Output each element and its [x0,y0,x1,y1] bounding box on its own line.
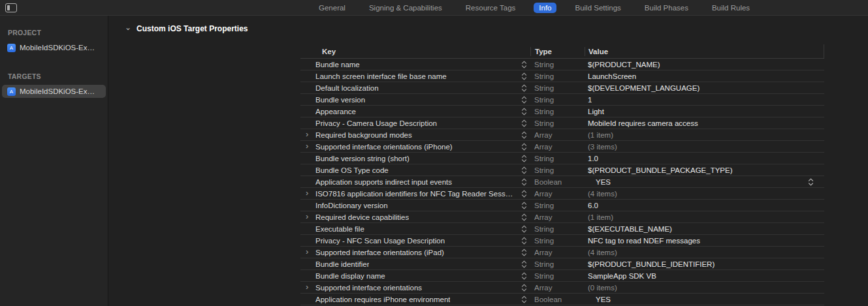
key-cell[interactable]: › Default localization [300,84,530,92]
row-value[interactable]: (1 item) [588,131,613,139]
row-key[interactable]: Bundle version string (short) [315,155,410,162]
table-row[interactable]: › Supported interface orientations (iPad… [300,247,824,258]
table-row[interactable]: › Required background modes Array (1 ite… [300,129,824,141]
row-value[interactable]: 1.0 [588,155,598,162]
value-cell[interactable]: $(EXECUTABLE_NAME) [585,225,824,233]
row-value[interactable]: $(PRODUCT_BUNDLE_PACKAGE_TYPE) [588,166,733,174]
row-key[interactable]: InfoDictionary version [315,202,388,209]
stepper-icon[interactable] [521,142,527,151]
tab-resource-tags[interactable]: Resource Tags [460,3,521,13]
row-key[interactable]: Bundle identifier [315,260,369,268]
key-cell[interactable]: › Launch screen interface file base name [300,72,530,80]
value-cell[interactable]: $(DEVELOPMENT_LANGUAGE) [585,84,824,92]
stepper-icon[interactable] [521,95,527,104]
table-row[interactable]: › Supported interface orientations Array… [300,282,824,294]
key-cell[interactable]: › ISO7816 application identifiers for NF… [300,190,530,198]
key-cell[interactable]: › Required background modes [300,131,530,139]
row-key[interactable]: Executable file [315,225,364,233]
row-key[interactable]: Default localization [315,84,379,92]
key-cell[interactable]: › Supported interface orientations [300,284,530,292]
stepper-icon[interactable] [521,236,527,245]
key-cell[interactable]: › Privacy - NFC Scan Usage Description [300,237,530,245]
value-cell[interactable]: 1.0 [585,155,824,162]
table-row[interactable]: › Launch screen interface file base name… [300,70,824,82]
row-type[interactable]: String [530,202,585,209]
row-value[interactable]: LaunchScreen [588,72,636,80]
stepper-icon[interactable] [521,213,527,221]
value-cell[interactable]: (4 items) [585,249,824,256]
row-type[interactable]: String [530,237,585,245]
row-key[interactable]: Privacy - NFC Scan Usage Description [315,237,445,245]
table-row[interactable]: › Default localization String $(DEVELOPM… [300,82,824,94]
row-type[interactable]: Boolean [530,296,585,303]
table-row[interactable]: › Bundle name String $(PRODUCT_NAME) [300,59,824,70]
table-row[interactable]: › Bundle version string (short) String 1… [300,153,824,164]
table-row[interactable]: › ISO7816 application identifiers for NF… [300,188,824,200]
row-type[interactable]: Array [530,143,585,151]
key-cell[interactable]: › Supported interface orientations (iPho… [300,143,530,151]
row-value[interactable]: YES [588,296,611,303]
row-value[interactable]: $(PRODUCT_NAME) [588,61,660,69]
stepper-icon[interactable] [521,248,527,256]
value-cell[interactable]: (3 items) [585,143,824,151]
tab-signing-capabilities[interactable]: Signing & Capabilities [364,3,447,13]
row-type[interactable]: Array [530,213,585,221]
row-value[interactable]: (4 items) [588,249,617,256]
table-row[interactable]: › Executable file String $(EXECUTABLE_NA… [300,223,824,235]
row-type[interactable]: String [530,166,585,174]
key-cell[interactable]: › Supported interface orientations (iPad… [300,249,530,256]
row-key[interactable]: Application requires iPhone environment [315,296,450,303]
popup-chevron-icon[interactable] [808,177,814,186]
row-key[interactable]: Bundle name [315,61,360,69]
row-type[interactable]: Boolean [530,178,585,186]
row-key[interactable]: Bundle version [315,96,365,104]
key-cell[interactable]: › InfoDictionary version [300,202,530,209]
row-type[interactable]: String [530,108,585,115]
value-cell[interactable]: 6.0 [585,202,824,209]
row-value[interactable]: 1 [588,96,592,104]
row-key[interactable]: Application supports indirect input even… [315,178,452,186]
value-cell[interactable]: (1 item) [585,131,824,139]
row-type[interactable]: Array [530,249,585,256]
table-row[interactable]: › Bundle version String 1 [300,94,824,106]
row-type[interactable]: String [530,61,585,69]
stepper-icon[interactable] [521,107,527,115]
table-row[interactable]: › Bundle display name String SampleApp S… [300,270,824,282]
row-key[interactable]: Supported interface orientations (iPhone… [315,143,453,151]
disclosure-chevron-icon[interactable]: › [306,283,308,291]
stepper-icon[interactable] [521,177,527,186]
disclosure-chevron-icon[interactable]: › [306,189,308,197]
stepper-icon[interactable] [521,72,527,80]
key-cell[interactable]: › Required device capabilities [300,213,530,221]
tab-build-settings[interactable]: Build Settings [570,3,626,13]
row-type[interactable]: Array [530,131,585,139]
stepper-icon[interactable] [521,166,527,174]
row-value[interactable]: (3 items) [588,143,617,151]
row-value[interactable]: SampleApp SDK VB [588,272,656,280]
table-row[interactable]: › Bundle identifier String $(PRODUCT_BUN… [300,258,824,270]
key-cell[interactable]: › Bundle OS Type code [300,166,530,174]
row-key[interactable]: ISO7816 application identifiers for NFC … [315,190,513,198]
stepper-icon[interactable] [521,283,527,292]
row-key[interactable]: Launch screen interface file base name [315,72,447,80]
table-row[interactable]: › Required device capabilities Array (1 … [300,211,824,223]
stepper-icon[interactable] [521,60,527,69]
key-cell[interactable]: › Bundle name [300,61,530,69]
disclosure-chevron-icon[interactable]: › [306,142,308,150]
table-row[interactable]: › InfoDictionary version String 6.0 [300,200,824,211]
row-value[interactable]: YES [588,178,611,186]
disclosure-chevron-icon[interactable]: › [306,247,308,256]
value-cell[interactable]: YES [585,296,824,303]
value-cell[interactable]: $(PRODUCT_BUNDLE_PACKAGE_TYPE) [585,166,824,174]
row-key[interactable]: Bundle OS Type code [315,166,389,174]
row-value[interactable]: $(DEVELOPMENT_LANGUAGE) [588,84,699,92]
value-cell[interactable]: (1 item) [585,213,824,221]
key-cell[interactable]: › Application requires iPhone environmen… [300,296,530,303]
row-value[interactable]: (1 item) [588,213,613,221]
tab-general[interactable]: General [313,3,351,13]
sidebar-item-target[interactable]: A MobileIdSDKiOS-Ex… [2,85,106,98]
table-row[interactable]: › Bundle OS Type code String $(PRODUCT_B… [300,164,824,176]
value-cell[interactable]: LaunchScreen [585,72,824,80]
key-cell[interactable]: › Executable file [300,225,530,233]
value-cell[interactable]: 1 [585,96,824,104]
